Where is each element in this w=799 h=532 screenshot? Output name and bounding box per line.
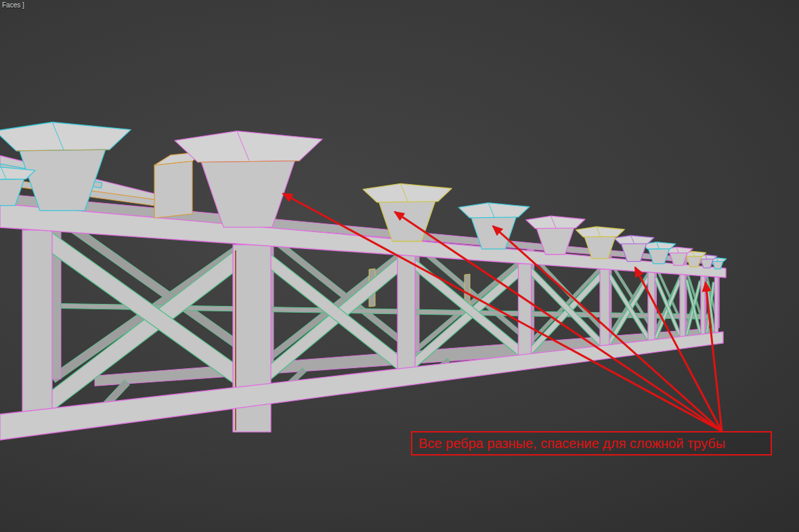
annotation-box: Все ребра разные, спасение для сложной т… <box>411 431 772 456</box>
annotation-text: Все ребра разные, спасение для сложной т… <box>418 436 725 451</box>
3d-viewport[interactable]: Faces ] Все ребра разные, спасение для с… <box>0 0 799 532</box>
viewport-label[interactable]: Faces ] <box>2 1 24 9</box>
